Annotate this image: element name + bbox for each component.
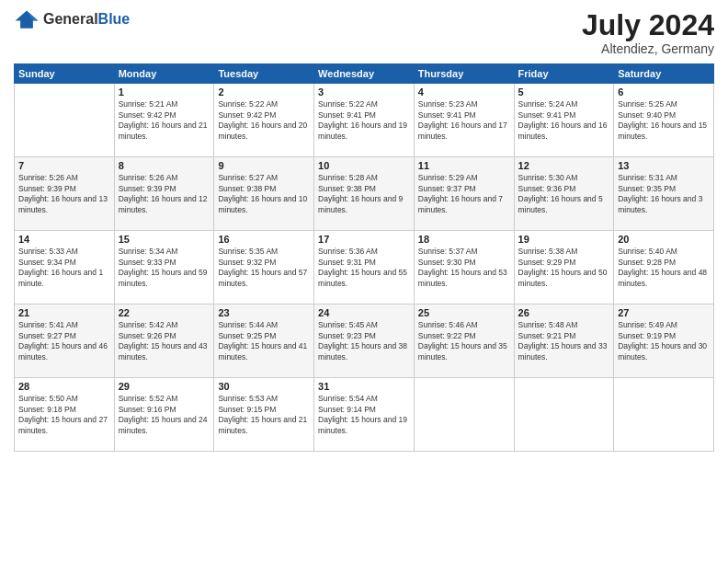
week-row-5: 28Sunrise: 5:50 AM Sunset: 9:18 PM Dayli… (15, 378, 714, 452)
cell-text: Sunrise: 5:48 AM Sunset: 9:21 PM Dayligh… (518, 320, 610, 362)
calendar-cell: 26Sunrise: 5:48 AM Sunset: 9:21 PM Dayli… (514, 304, 614, 378)
day-number: 22 (119, 307, 210, 318)
calendar-cell: 17Sunrise: 5:36 AM Sunset: 9:31 PM Dayli… (314, 231, 415, 304)
month-year: July 2024 (582, 9, 714, 41)
cell-text: Sunrise: 5:41 AM Sunset: 9:27 PM Dayligh… (18, 320, 110, 362)
cell-text: Sunrise: 5:45 AM Sunset: 9:23 PM Dayligh… (318, 320, 410, 362)
calendar-cell: 2Sunrise: 5:22 AM Sunset: 9:42 PM Daylig… (214, 84, 314, 157)
calendar-cell: 5Sunrise: 5:24 AM Sunset: 9:41 PM Daylig… (514, 84, 614, 157)
calendar-cell: 9Sunrise: 5:27 AM Sunset: 9:38 PM Daylig… (214, 157, 314, 231)
calendar-cell (414, 378, 514, 452)
cell-text: Sunrise: 5:53 AM Sunset: 9:15 PM Dayligh… (218, 394, 310, 436)
calendar-cell: 12Sunrise: 5:30 AM Sunset: 9:36 PM Dayli… (514, 157, 614, 231)
day-number: 12 (518, 160, 610, 171)
cell-text: Sunrise: 5:26 AM Sunset: 9:39 PM Dayligh… (18, 173, 110, 215)
cell-text: Sunrise: 5:44 AM Sunset: 9:25 PM Dayligh… (218, 320, 310, 362)
cell-text: Sunrise: 5:36 AM Sunset: 9:31 PM Dayligh… (318, 247, 410, 289)
calendar-cell: 10Sunrise: 5:28 AM Sunset: 9:38 PM Dayli… (314, 157, 415, 231)
cell-text: Sunrise: 5:22 AM Sunset: 9:41 PM Dayligh… (318, 99, 410, 142)
cell-text: Sunrise: 5:38 AM Sunset: 9:29 PM Dayligh… (518, 247, 610, 289)
cell-text: Sunrise: 5:46 AM Sunset: 9:22 PM Dayligh… (418, 320, 510, 362)
calendar-cell: 7Sunrise: 5:26 AM Sunset: 9:39 PM Daylig… (15, 157, 115, 231)
col-monday: Monday (114, 64, 214, 84)
calendar-cell (514, 378, 614, 452)
week-row-2: 7Sunrise: 5:26 AM Sunset: 9:39 PM Daylig… (15, 157, 714, 231)
day-number: 3 (318, 86, 410, 98)
col-thursday: Thursday (414, 64, 514, 84)
col-wednesday: Wednesday (314, 64, 415, 84)
day-number: 10 (318, 160, 410, 171)
day-number: 17 (318, 234, 410, 245)
cell-text: Sunrise: 5:49 AM Sunset: 9:19 PM Dayligh… (618, 320, 710, 362)
calendar-cell: 13Sunrise: 5:31 AM Sunset: 9:35 PM Dayli… (614, 157, 714, 231)
day-number: 26 (518, 307, 610, 318)
calendar-cell: 30Sunrise: 5:53 AM Sunset: 9:15 PM Dayli… (214, 378, 314, 452)
logo: GeneralBlue (14, 9, 130, 29)
calendar-cell: 29Sunrise: 5:52 AM Sunset: 9:16 PM Dayli… (114, 378, 214, 452)
calendar-cell: 24Sunrise: 5:45 AM Sunset: 9:23 PM Dayli… (314, 304, 415, 378)
day-number: 9 (218, 160, 310, 171)
title-block: July 2024 Altendiez, Germany (582, 9, 714, 56)
col-tuesday: Tuesday (214, 64, 314, 84)
day-number: 27 (618, 307, 710, 318)
cell-text: Sunrise: 5:29 AM Sunset: 9:37 PM Dayligh… (418, 173, 510, 215)
cell-text: Sunrise: 5:26 AM Sunset: 9:39 PM Dayligh… (119, 173, 210, 215)
calendar-cell: 25Sunrise: 5:46 AM Sunset: 9:22 PM Dayli… (414, 304, 514, 378)
calendar-cell: 31Sunrise: 5:54 AM Sunset: 9:14 PM Dayli… (314, 378, 415, 452)
cell-text: Sunrise: 5:37 AM Sunset: 9:30 PM Dayligh… (418, 247, 510, 289)
week-row-3: 14Sunrise: 5:33 AM Sunset: 9:34 PM Dayli… (15, 231, 714, 304)
cell-text: Sunrise: 5:31 AM Sunset: 9:35 PM Dayligh… (618, 173, 710, 215)
week-row-4: 21Sunrise: 5:41 AM Sunset: 9:27 PM Dayli… (15, 304, 714, 378)
calendar-cell: 15Sunrise: 5:34 AM Sunset: 9:33 PM Dayli… (114, 231, 214, 304)
calendar-cell: 18Sunrise: 5:37 AM Sunset: 9:30 PM Dayli… (414, 231, 514, 304)
header-row: Sunday Monday Tuesday Wednesday Thursday… (15, 64, 714, 84)
header: GeneralBlue July 2024 Altendiez, Germany (14, 9, 714, 56)
day-number: 4 (418, 86, 510, 98)
cell-text: Sunrise: 5:54 AM Sunset: 9:14 PM Dayligh… (318, 394, 410, 436)
logo-text: GeneralBlue (43, 11, 130, 27)
logo-icon (14, 9, 40, 29)
calendar-cell: 1Sunrise: 5:21 AM Sunset: 9:42 PM Daylig… (114, 84, 214, 157)
day-number: 8 (119, 160, 210, 171)
day-number: 20 (618, 234, 710, 245)
calendar-cell: 4Sunrise: 5:23 AM Sunset: 9:41 PM Daylig… (414, 84, 514, 157)
day-number: 1 (119, 86, 210, 98)
calendar-cell (614, 378, 714, 452)
calendar-cell (15, 84, 115, 157)
day-number: 15 (119, 234, 210, 245)
cell-text: Sunrise: 5:21 AM Sunset: 9:42 PM Dayligh… (119, 99, 210, 142)
location: Altendiez, Germany (582, 41, 714, 56)
cell-text: Sunrise: 5:42 AM Sunset: 9:26 PM Dayligh… (119, 320, 210, 362)
day-number: 13 (618, 160, 710, 171)
cell-text: Sunrise: 5:22 AM Sunset: 9:42 PM Dayligh… (218, 99, 310, 142)
calendar-cell: 22Sunrise: 5:42 AM Sunset: 9:26 PM Dayli… (114, 304, 214, 378)
day-number: 28 (18, 381, 110, 392)
col-friday: Friday (514, 64, 614, 84)
calendar-cell: 20Sunrise: 5:40 AM Sunset: 9:28 PM Dayli… (614, 231, 714, 304)
cell-text: Sunrise: 5:50 AM Sunset: 9:18 PM Dayligh… (18, 394, 110, 436)
day-number: 30 (218, 381, 310, 392)
week-row-1: 1Sunrise: 5:21 AM Sunset: 9:42 PM Daylig… (15, 84, 714, 157)
col-sunday: Sunday (15, 64, 115, 84)
col-saturday: Saturday (614, 64, 714, 84)
page: GeneralBlue July 2024 Altendiez, Germany… (0, 0, 728, 563)
calendar-cell: 16Sunrise: 5:35 AM Sunset: 9:32 PM Dayli… (214, 231, 314, 304)
calendar-cell: 3Sunrise: 5:22 AM Sunset: 9:41 PM Daylig… (314, 84, 415, 157)
cell-text: Sunrise: 5:34 AM Sunset: 9:33 PM Dayligh… (119, 247, 210, 289)
calendar-cell: 19Sunrise: 5:38 AM Sunset: 9:29 PM Dayli… (514, 231, 614, 304)
cell-text: Sunrise: 5:35 AM Sunset: 9:32 PM Dayligh… (218, 247, 310, 289)
day-number: 16 (218, 234, 310, 245)
day-number: 23 (218, 307, 310, 318)
day-number: 18 (418, 234, 510, 245)
cell-text: Sunrise: 5:25 AM Sunset: 9:40 PM Dayligh… (618, 99, 710, 142)
day-number: 19 (518, 234, 610, 245)
day-number: 25 (418, 307, 510, 318)
calendar-cell: 28Sunrise: 5:50 AM Sunset: 9:18 PM Dayli… (15, 378, 115, 452)
day-number: 7 (18, 160, 110, 171)
calendar-cell: 8Sunrise: 5:26 AM Sunset: 9:39 PM Daylig… (114, 157, 214, 231)
day-number: 21 (18, 307, 110, 318)
cell-text: Sunrise: 5:52 AM Sunset: 9:16 PM Dayligh… (119, 394, 210, 436)
cell-text: Sunrise: 5:27 AM Sunset: 9:38 PM Dayligh… (218, 173, 310, 215)
cell-text: Sunrise: 5:33 AM Sunset: 9:34 PM Dayligh… (18, 247, 110, 289)
calendar-cell: 21Sunrise: 5:41 AM Sunset: 9:27 PM Dayli… (15, 304, 115, 378)
